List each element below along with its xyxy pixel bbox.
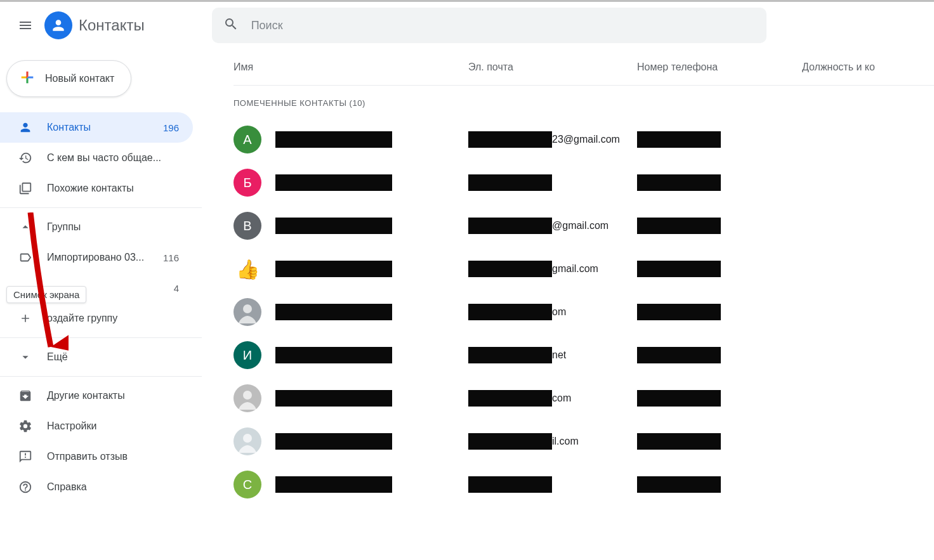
- sidebar-bottom-item-2[interactable]: Отправить отзыв: [0, 441, 193, 472]
- redacted-name: [275, 347, 392, 363]
- redacted-email: [468, 433, 552, 450]
- redacted-phone: [637, 390, 721, 407]
- avatar: 👍: [234, 255, 261, 283]
- svg-point-1: [243, 304, 252, 313]
- svg-point-5: [243, 434, 252, 443]
- email-suffix: net: [552, 349, 566, 361]
- email-suffix: @gmail.com: [552, 220, 608, 231]
- redacted-email: [468, 174, 552, 191]
- redacted-name: [275, 218, 392, 234]
- divider: [0, 207, 202, 208]
- nav-count: 4: [174, 283, 179, 294]
- merge-icon: [18, 181, 33, 196]
- redacted-email: [468, 390, 552, 407]
- more-label: Ещё: [47, 351, 179, 363]
- avatar: В: [234, 212, 261, 240]
- search-box[interactable]: [212, 8, 766, 43]
- plus-icon: [18, 311, 33, 326]
- redacted-name: [275, 304, 392, 320]
- nav-label: С кем вы часто общае...: [47, 152, 179, 164]
- svg-point-3: [243, 391, 252, 400]
- nav-label: Импортировано 03...: [47, 252, 163, 263]
- column-header-job: Должность и ко: [802, 62, 934, 73]
- column-header-name: Имя: [234, 62, 468, 73]
- contact-row[interactable]: А23@gmail.com: [234, 118, 934, 161]
- redacted-phone: [637, 174, 721, 191]
- person-icon: [18, 120, 33, 135]
- nav-label: Настройки: [47, 420, 179, 432]
- create-group-label: оздайте группу: [47, 313, 179, 324]
- avatar: С: [234, 471, 261, 498]
- contact-row[interactable]: om: [234, 290, 934, 334]
- help-icon: [18, 479, 33, 495]
- email-suffix: com: [552, 393, 571, 404]
- sidebar: Новый контакт Контакты196С кем вы часто …: [0, 49, 202, 506]
- contact-row[interactable]: 👍gmail.com: [234, 247, 934, 290]
- more-toggle[interactable]: Ещё: [0, 342, 193, 372]
- avatar: И: [234, 341, 261, 369]
- sidebar-item-2[interactable]: Похожие контакты: [0, 173, 193, 204]
- sidebar-bottom-item-3[interactable]: Справка: [0, 472, 193, 502]
- history-icon: [18, 150, 33, 166]
- redacted-name: [275, 131, 392, 148]
- contact-row[interactable]: С: [234, 463, 934, 506]
- nav-count: 196: [163, 122, 179, 133]
- nav-label: Справка: [47, 481, 179, 493]
- redacted-email: [468, 131, 552, 148]
- redacted-name: [275, 261, 392, 277]
- groups-header-label: Группы: [47, 221, 179, 233]
- redacted-phone: [637, 476, 721, 493]
- redacted-email: [468, 347, 552, 363]
- redacted-phone: [637, 304, 721, 320]
- new-contact-button[interactable]: Новый контакт: [6, 60, 131, 97]
- sidebar-item-0[interactable]: Контакты196: [0, 112, 193, 143]
- groups-header[interactable]: Группы: [0, 212, 193, 242]
- feedback-icon: [18, 449, 33, 464]
- section-label: ПОМЕЧЕННЫЕ КОНТАКТЫ (10): [234, 86, 934, 118]
- contact-row[interactable]: В@gmail.com: [234, 204, 934, 247]
- nav-label: Контакты: [47, 122, 163, 133]
- avatar: [234, 427, 261, 455]
- main-menu-button[interactable]: [10, 10, 41, 41]
- redacted-name: [275, 433, 392, 450]
- screenshot-tooltip: Снимок экрана: [6, 286, 86, 303]
- nav-count: 116: [163, 252, 179, 263]
- plus-multicolor-icon: [18, 68, 36, 89]
- contact-row[interactable]: Б: [234, 161, 934, 204]
- contact-row[interactable]: Иnet: [234, 334, 934, 377]
- redacted-phone: [637, 131, 721, 148]
- redacted-email: [468, 304, 552, 320]
- archive-icon: [18, 388, 33, 403]
- sidebar-bottom-item-1[interactable]: Настройки: [0, 411, 193, 441]
- redacted-phone: [637, 347, 721, 363]
- avatar: Б: [234, 169, 261, 197]
- nav-label: Отправить отзыв: [47, 451, 179, 462]
- contact-row[interactable]: il.com: [234, 420, 934, 463]
- app-title: Контакты: [79, 16, 145, 34]
- redacted-email: [468, 261, 552, 277]
- redacted-name: [275, 174, 392, 191]
- main-content: Имя Эл. почта Номер телефона Должность и…: [202, 49, 934, 506]
- nav-label: Другие контакты: [47, 390, 179, 401]
- redacted-email: [468, 218, 552, 234]
- redacted-email: [468, 476, 552, 493]
- email-suffix: gmail.com: [552, 263, 598, 275]
- email-suffix: 23@gmail.com: [552, 134, 620, 145]
- new-contact-label: Новый контакт: [45, 73, 114, 84]
- contact-row[interactable]: com: [234, 377, 934, 420]
- app-logo-wrap: Контакты: [44, 11, 145, 39]
- avatar: [234, 384, 261, 412]
- group-item-0[interactable]: Импортировано 03...116: [0, 242, 193, 273]
- chevron-up-icon: [18, 219, 33, 235]
- label-icon: [18, 250, 33, 265]
- sidebar-item-1[interactable]: С кем вы часто общае...: [0, 143, 193, 173]
- redacted-name: [275, 476, 392, 493]
- header: Контакты: [0, 2, 934, 49]
- create-group-button[interactable]: оздайте группу: [0, 303, 193, 334]
- hamburger-icon: [18, 18, 33, 33]
- gear-icon: [18, 419, 33, 434]
- redacted-phone: [637, 433, 721, 450]
- column-header-email: Эл. почта: [468, 62, 637, 73]
- sidebar-bottom-item-0[interactable]: Другие контакты: [0, 381, 193, 411]
- search-input[interactable]: [251, 19, 755, 32]
